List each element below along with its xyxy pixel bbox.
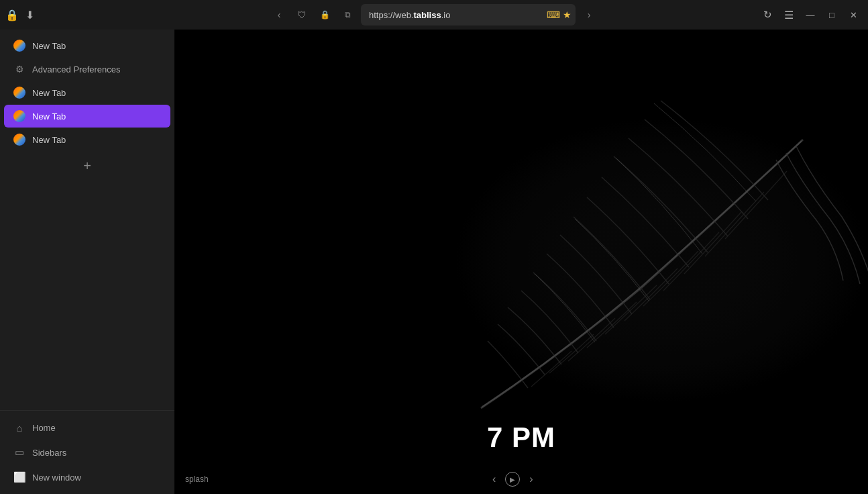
- sidebars-icon: ▭: [13, 446, 25, 458]
- shield-icon[interactable]: 🛡: [292, 5, 311, 24]
- sidebar-tab-3[interactable]: New Tab: [4, 81, 170, 104]
- main-layout: New Tab ⚙ Advanced Preferences New Tab: [0, 30, 868, 494]
- translate-icon[interactable]: ⌨: [547, 9, 560, 20]
- tab-1-label: New Tab: [32, 41, 66, 51]
- firefox-icon-4: [13, 110, 25, 122]
- new-window-label: New window: [32, 473, 81, 483]
- window-icon: ⬜: [13, 471, 25, 483]
- sidebar-new-window[interactable]: ⬜ New window: [4, 465, 170, 489]
- address-bar-icons: ⌨ ★: [547, 9, 572, 20]
- media-play-button[interactable]: ▶: [505, 472, 520, 487]
- lock-icon[interactable]: 🔒: [5, 8, 19, 21]
- time-display: 7 PM: [487, 422, 555, 454]
- tab-4-label: New Tab: [32, 111, 66, 121]
- content-bottom-bar: splash ‹ ▶ ›: [174, 464, 868, 494]
- sidebar-tab-5[interactable]: New Tab: [4, 128, 170, 151]
- sidebar-tab-4[interactable]: New Tab: [4, 105, 170, 128]
- back-button[interactable]: ‹: [270, 5, 288, 24]
- security-lock-icon[interactable]: 🔒: [315, 5, 334, 24]
- firefox-icon-5: [13, 134, 25, 146]
- refresh-icon[interactable]: ↻: [758, 5, 777, 24]
- svg-point-0: [447, 113, 868, 408]
- splash-label: splash: [185, 475, 209, 484]
- firefox-icon-3: [13, 87, 25, 99]
- forward-button[interactable]: ›: [580, 5, 598, 24]
- firefox-icon-1: [13, 40, 25, 52]
- media-controls: ‹ ▶ ›: [492, 472, 533, 487]
- tab-3-label: New Tab: [32, 88, 66, 98]
- advanced-prefs-label: Advanced Preferences: [32, 64, 121, 75]
- sidebar-bottom-nav: ⌂ Home ▭ Sidebars ⬜ New window: [0, 410, 174, 494]
- gear-icon: ⚙: [13, 63, 25, 75]
- tab-5-label: New Tab: [32, 135, 66, 145]
- content-background: 7 PM splash ‹ ▶ ›: [174, 30, 868, 494]
- bookmark-icon[interactable]: ★: [563, 9, 572, 20]
- titlebar: 🔒 ⬇ ‹ 🛡 🔒 ⧉ https://web.tabliss.io ⌨ ★ ›…: [0, 0, 868, 30]
- sidebars-label: Sidebars: [32, 448, 66, 458]
- home-label: Home: [32, 423, 56, 433]
- sidebar-sidebars[interactable]: ▭ Sidebars: [4, 440, 170, 464]
- media-prev-button[interactable]: ‹: [492, 473, 496, 485]
- palm-leaf-image: [427, 86, 868, 438]
- play-icon: ▶: [510, 476, 515, 483]
- content-area: 7 PM splash ‹ ▶ ›: [174, 30, 868, 494]
- home-icon: ⌂: [13, 422, 25, 434]
- download-icon[interactable]: ⬇: [23, 8, 36, 21]
- titlebar-center: ‹ 🛡 🔒 ⧉ https://web.tabliss.io ⌨ ★ ›: [270, 4, 598, 26]
- pip-icon[interactable]: ⧉: [338, 5, 357, 24]
- sidebar-tab-1[interactable]: New Tab: [4, 34, 170, 57]
- time-text: 7 PM: [487, 422, 555, 453]
- sidebar-tabs-list: New Tab ⚙ Advanced Preferences New Tab: [0, 30, 174, 410]
- url-text: https://web.tabliss.io: [369, 10, 450, 20]
- maximize-button[interactable]: □: [822, 5, 841, 24]
- media-next-button[interactable]: ›: [529, 473, 533, 485]
- sidebar: New Tab ⚙ Advanced Preferences New Tab: [0, 30, 174, 494]
- minimize-button[interactable]: —: [801, 5, 820, 24]
- titlebar-left: 🔒 ⬇: [5, 8, 36, 21]
- add-tab-button[interactable]: +: [76, 155, 98, 177]
- menu-icon[interactable]: ☰: [779, 5, 798, 24]
- close-button[interactable]: ✕: [844, 5, 863, 24]
- sidebar-home[interactable]: ⌂ Home: [4, 415, 170, 440]
- titlebar-right: ↻ ☰ — □ ✕: [758, 5, 863, 24]
- address-bar[interactable]: https://web.tabliss.io ⌨ ★: [361, 4, 576, 26]
- sidebar-advanced-prefs[interactable]: ⚙ Advanced Preferences: [4, 58, 170, 81]
